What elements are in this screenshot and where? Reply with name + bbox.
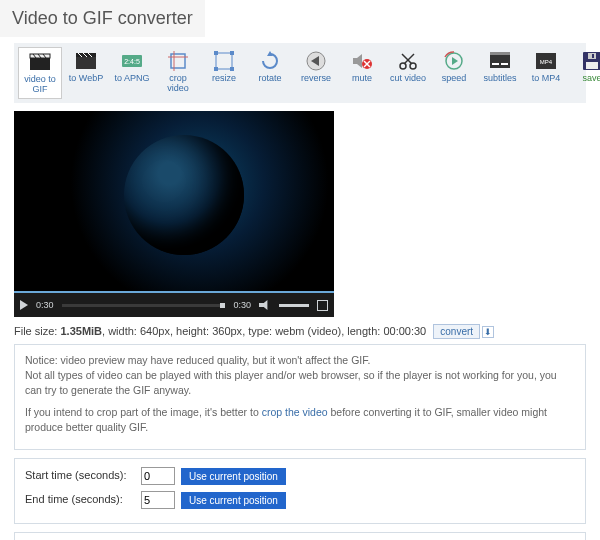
svg-rect-15 — [216, 53, 232, 69]
reverse-icon — [304, 51, 328, 71]
tool-to-apng[interactable]: 2:4:5to APNG — [110, 47, 154, 99]
tool-video-to-gif[interactable]: video to GIF — [18, 47, 62, 99]
volume-icon[interactable] — [259, 300, 271, 310]
file-height: 360px — [212, 325, 242, 337]
play-button[interactable] — [20, 300, 28, 310]
file-size: 1.35MiB — [60, 325, 102, 337]
file-width: 640px — [140, 325, 170, 337]
svg-text:2:4:5: 2:4:5 — [124, 58, 140, 65]
convert-button[interactable]: convert — [433, 324, 480, 339]
video-frame[interactable] — [14, 111, 334, 291]
tool-crop-video[interactable]: crop video — [156, 47, 200, 99]
tool-speed[interactable]: speed — [432, 47, 476, 99]
svg-rect-12 — [171, 54, 185, 68]
crop-video-link[interactable]: crop the video — [262, 406, 328, 418]
time-panel-icon: 2:4:5 — [120, 51, 144, 71]
svg-marker-32 — [452, 57, 458, 65]
subtitles-icon — [488, 51, 512, 71]
scissors-icon — [396, 51, 420, 71]
video-player: 0:30 0:30 — [14, 111, 334, 317]
download-icon[interactable]: ⬇ — [482, 326, 494, 338]
svg-rect-33 — [490, 54, 510, 68]
svg-rect-5 — [76, 57, 96, 69]
fullscreen-button[interactable] — [317, 300, 328, 311]
mp4-icon: MP4 — [534, 51, 558, 71]
options-box: Size: Original (up to 600px) Frame rate … — [14, 532, 586, 540]
tool-rotate[interactable]: rotate — [248, 47, 292, 99]
end-time-label: End time (seconds): — [25, 492, 135, 508]
svg-text:MP4: MP4 — [540, 59, 553, 65]
svg-rect-18 — [214, 67, 218, 71]
tool-to-webp[interactable]: to WebP — [64, 47, 108, 99]
resize-icon — [212, 51, 236, 71]
svg-marker-23 — [353, 54, 362, 68]
svg-rect-34 — [492, 63, 499, 65]
mute-icon — [350, 51, 374, 71]
tool-save[interactable]: save — [570, 47, 600, 99]
clapboard-stripe-icon — [74, 51, 98, 71]
start-time-label: Start time (seconds): — [25, 468, 135, 484]
end-time-input[interactable] — [141, 491, 175, 509]
speed-icon — [442, 51, 466, 71]
tool-cut-video[interactable]: cut video — [386, 47, 430, 99]
svg-rect-40 — [586, 62, 598, 69]
volume-slider[interactable] — [279, 304, 309, 307]
current-time: 0:30 — [36, 300, 54, 310]
clapboard-icon — [28, 52, 52, 72]
svg-rect-36 — [490, 52, 510, 55]
video-content — [124, 135, 244, 255]
svg-rect-17 — [230, 51, 234, 55]
toolbar: video to GIF to WebP 2:4:5to APNG crop v… — [14, 43, 586, 103]
start-time-input[interactable] — [141, 467, 175, 485]
tool-reverse[interactable]: reverse — [294, 47, 338, 99]
svg-rect-42 — [592, 54, 594, 58]
use-position-start-button[interactable]: Use current position — [181, 468, 286, 485]
time-box: Start time (seconds): Use current positi… — [14, 458, 586, 524]
tool-resize[interactable]: resize — [202, 47, 246, 99]
notice-box: Notice: video preview may have reduced q… — [14, 344, 586, 450]
floppy-icon — [580, 51, 600, 71]
tool-subtitles[interactable]: subtitles — [478, 47, 522, 99]
file-length: 00:00:30 — [383, 325, 426, 337]
total-time: 0:30 — [233, 300, 251, 310]
tool-to-mp4[interactable]: MP4to MP4 — [524, 47, 568, 99]
use-position-end-button[interactable]: Use current position — [181, 492, 286, 509]
svg-rect-35 — [501, 63, 508, 65]
progress-bar[interactable] — [62, 304, 226, 307]
video-controls: 0:30 0:30 — [14, 291, 334, 317]
svg-rect-19 — [230, 67, 234, 71]
tool-mute[interactable]: mute — [340, 47, 384, 99]
page-title: Video to GIF converter — [0, 0, 205, 37]
rotate-icon — [258, 51, 282, 71]
svg-rect-0 — [30, 58, 50, 70]
file-info: File size: 1.35MiB, width: 640px, height… — [14, 325, 586, 338]
crop-icon — [166, 51, 190, 71]
svg-rect-16 — [214, 51, 218, 55]
file-type: webm (video) — [275, 325, 341, 337]
